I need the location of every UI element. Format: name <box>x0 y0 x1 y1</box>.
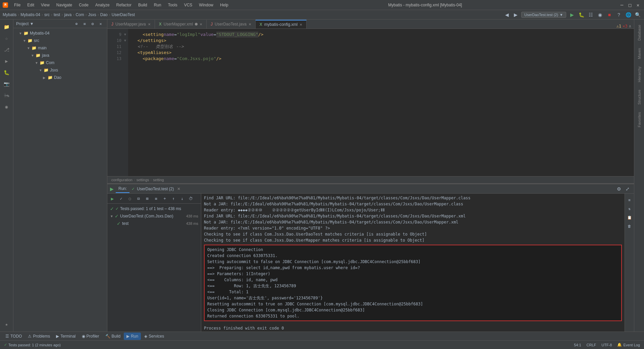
right-sidebar-hierarchy[interactable]: Hierarchy <box>636 64 643 85</box>
menu-refactor[interactable]: Refactor <box>113 1 135 9</box>
menu-vcs[interactable]: VCS <box>181 1 196 9</box>
coverage-button[interactable]: ☷ <box>587 11 594 18</box>
run-tree-userdaotest[interactable]: ▼ ✓ UserDaoTest (Com.Jsxs.Dao) 438 ms <box>107 212 201 220</box>
run-right-btn3[interactable]: 📋 <box>626 214 633 221</box>
nav-com[interactable]: Com <box>75 12 84 17</box>
nav-src[interactable]: src <box>44 12 50 17</box>
menu-window[interactable]: Window <box>196 1 217 9</box>
breadcrumb-setting[interactable]: setting <box>153 178 164 182</box>
forward-button[interactable]: ▶ <box>512 11 519 18</box>
menu-code[interactable]: Code <box>75 1 92 9</box>
sidebar-profiler-icon[interactable]: ◉ <box>2 102 11 111</box>
status-crlf[interactable]: CRLF <box>585 343 598 347</box>
menu-view[interactable]: View <box>38 1 53 9</box>
expand-icon[interactable]: ∧ <box>629 24 631 29</box>
run-down-icon[interactable]: ↓ <box>178 195 186 202</box>
nav-dao[interactable]: Dao <box>100 12 108 17</box>
tab-close-userdaotest[interactable]: ✕ <box>249 22 251 26</box>
status-eventlog[interactable]: 🔔 Event Log <box>616 343 641 347</box>
tree-mybatis04[interactable]: ▼ 📁 Mybatis-04 <box>13 30 107 37</box>
tree-com[interactable]: ▼ 📁 Com <box>13 59 107 66</box>
run-filter-icon[interactable]: ⊟ <box>135 195 142 202</box>
maximize-button[interactable]: □ <box>627 2 633 8</box>
code-content[interactable]: <setting name="logImpl" value="STDOUT_LO… <box>128 29 634 176</box>
run-expand-icon[interactable]: ⤢ <box>624 185 631 193</box>
minimize-button[interactable]: ─ <box>619 2 625 8</box>
right-sidebar-structure[interactable]: Structure <box>636 87 643 107</box>
run-expand2-icon[interactable]: + <box>161 195 168 202</box>
menu-bar[interactable]: File Edit View Navigate Code Analyze Ref… <box>11 1 232 9</box>
nav-jsxs[interactable]: Jsxs <box>88 12 96 17</box>
run-collapse-icon[interactable]: ≡ <box>152 195 160 202</box>
run-button[interactable]: ▶ <box>568 11 576 18</box>
tab-mybatis-config-xml[interactable]: X mybatis-config.xml ✕ <box>256 20 307 29</box>
sidebar-debug-icon[interactable]: 🐛 <box>2 68 11 77</box>
run-stop-icon[interactable]: ○ <box>126 195 133 202</box>
tree-jsxs[interactable]: ▼ 📁 Jsxs <box>13 66 107 74</box>
run-check-icon[interactable]: ✓ <box>117 195 125 202</box>
run-settings-icon[interactable]: ⚙ <box>615 185 623 193</box>
tree-main[interactable]: ▼ 📁 main <box>13 44 107 52</box>
sidebar-camera-icon[interactable]: 📷 <box>2 79 11 89</box>
tab-close-usermapper-java[interactable]: ✕ <box>148 22 151 26</box>
menu-tools[interactable]: Tools <box>165 1 181 9</box>
sidebar-project-icon[interactable]: 📁 <box>2 22 11 32</box>
nav-project[interactable]: Mybatis-04 <box>20 12 40 17</box>
run-tab-close-icon[interactable]: ✕ <box>177 187 180 191</box>
help-button[interactable]: ? <box>615 11 623 18</box>
tab-usermapper-xml[interactable]: X UserMapper.xml ✕ <box>155 20 207 29</box>
nav-userdaotest[interactable]: UserDaoTest <box>112 12 135 17</box>
sidebar-bookmark-icon[interactable]: ☆ <box>2 34 11 43</box>
run-rerun-button[interactable]: ▶ <box>109 195 116 202</box>
bottom-tab-todo[interactable]: ☰ TODO <box>3 333 24 340</box>
run-config-selector[interactable]: UserDaoTest.test (2) ▼ <box>521 12 566 18</box>
nav-test[interactable]: test <box>54 12 60 17</box>
sidebar-run-icon[interactable]: ▶ <box>2 56 11 66</box>
right-sidebar-favorites[interactable]: Favorites <box>636 109 643 130</box>
run-tab-active[interactable]: Run: <box>116 185 129 193</box>
menu-navigate[interactable]: Navigate <box>53 1 75 9</box>
run-tree-test[interactable]: ✓ test 438 ms <box>107 220 201 227</box>
menu-build[interactable]: Build <box>135 1 151 9</box>
tab-close-usermapper-xml[interactable]: ✕ <box>200 22 202 26</box>
menu-analyze[interactable]: Analyze <box>92 1 113 9</box>
menu-file[interactable]: File <box>11 1 24 9</box>
sidebar-star-icon[interactable]: ★ <box>2 319 11 329</box>
profile-button[interactable]: ◉ <box>596 11 604 18</box>
bottom-tab-build[interactable]: 🔨 Build <box>103 333 123 340</box>
menu-run[interactable]: Run <box>151 1 165 9</box>
nav-java[interactable]: java <box>64 12 71 17</box>
panel-close-icon[interactable]: ✕ <box>97 20 104 28</box>
run-clock-icon[interactable]: ⏱ <box>187 195 195 202</box>
stop-button[interactable]: ■ <box>606 11 613 18</box>
tab-close-mybatis-config[interactable]: ✕ <box>300 23 302 27</box>
search-button[interactable]: 🔍 <box>634 11 641 18</box>
tab-userdaotest-java[interactable]: J UserDaoTest.java ✕ <box>207 20 256 29</box>
sidebar-git-icon[interactable]: ⎇ <box>2 45 11 54</box>
breadcrumb-settings[interactable]: settings <box>137 178 149 182</box>
bottom-tab-problems[interactable]: ⚠ Problems <box>25 333 53 340</box>
sidebar-ant-icon[interactable]: 🐜 <box>2 91 11 100</box>
right-sidebar-maven[interactable]: Maven <box>636 45 643 62</box>
panel-locate-icon[interactable]: ⊕ <box>73 20 80 28</box>
run-filter2-icon[interactable]: ⊞ <box>144 195 151 202</box>
breadcrumb-configuration[interactable]: configuration <box>111 178 132 182</box>
status-tests[interactable]: ✓ Tests passed: 1 (2 minutes ago) <box>3 343 62 347</box>
tab-usermapper-java[interactable]: J UserMapper.java ✕ <box>107 20 155 29</box>
run-right-btn1[interactable]: ≡ <box>626 196 633 204</box>
run-up-icon[interactable]: ↑ <box>170 195 177 202</box>
close-button[interactable]: ✕ <box>635 2 641 8</box>
bottom-tab-run[interactable]: ▶ Run <box>124 333 141 340</box>
status-position[interactable]: 54:1 <box>573 343 582 347</box>
bottom-tab-profiler[interactable]: ◉ Profiler <box>79 333 102 340</box>
debug-button[interactable]: 🐛 <box>578 11 585 18</box>
bottom-tab-services[interactable]: ◈ Services <box>142 333 167 340</box>
back-button[interactable]: ◀ <box>503 11 511 18</box>
run-right-btn4[interactable]: 🗑 <box>626 222 633 230</box>
panel-collapse-icon[interactable]: ≡ <box>81 20 88 28</box>
tree-dao[interactable]: ▶ 📁 Dao <box>13 74 107 81</box>
bottom-tab-terminal[interactable]: ▶ Terminal <box>53 333 78 340</box>
right-sidebar-database[interactable]: Database <box>636 22 643 43</box>
run-right-btn2[interactable]: ⇅ <box>626 205 633 212</box>
menu-help[interactable]: Help <box>217 1 232 9</box>
